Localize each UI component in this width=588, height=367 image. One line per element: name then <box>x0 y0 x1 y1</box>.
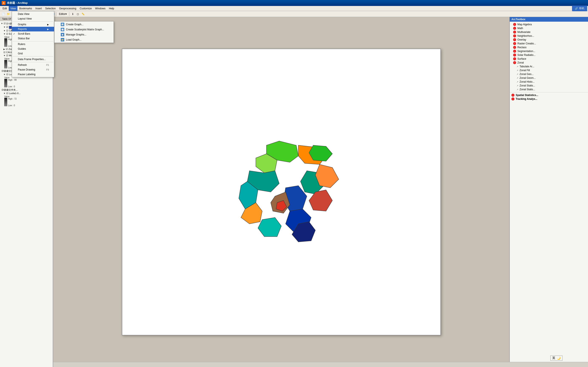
menu-windows[interactable]: Windows <box>93 6 107 11</box>
toolbox-red-icon <box>511 98 514 100</box>
expand-icon[interactable]: ▼ <box>3 54 6 57</box>
menu-bookmarks[interactable]: Bookmarks <box>17 6 34 11</box>
menu-item-grid[interactable]: Grid <box>12 51 54 56</box>
menu-help[interactable]: Help <box>107 6 116 11</box>
expand-icon[interactable]: ▼ <box>3 26 6 28</box>
menu-item-guides[interactable]: Guides <box>12 47 54 51</box>
expand-icon[interactable]: ▼ <box>3 73 6 76</box>
map-area[interactable] <box>53 17 509 367</box>
toolbox-red-icon <box>513 38 516 41</box>
toolbox-item-reclass[interactable]: Reclass <box>510 45 588 49</box>
ime-lang: 英 <box>552 356 555 360</box>
toolbox-item-overlay[interactable]: Overlay <box>510 38 588 42</box>
menu-selection[interactable]: Selection <box>43 6 57 11</box>
layer-checkbox[interactable]: ☑ <box>6 33 8 35</box>
toolbox-item-surface[interactable]: Surface <box>510 57 588 61</box>
layer-legend: Value High : 99 Low : 0 <box>0 76 53 88</box>
layer-checkbox[interactable]: ☑ <box>6 73 8 76</box>
menu-item-scroll-bars[interactable]: ✓ Scroll Bars <box>12 32 54 36</box>
toolbox-item-zonal-geo1[interactable]: ↗ Zonal Geo... <box>510 72 588 76</box>
toolbox-item-zonal-histo[interactable]: ↗ Zonal Histo... <box>510 80 588 84</box>
menu-item-graphs[interactable]: Graphs ▶ <box>12 22 54 27</box>
layer-checkbox[interactable]: ☑ <box>6 92 8 95</box>
toolbox-red-icon <box>513 50 516 53</box>
toolbox-label: Tracking Analys... <box>516 98 537 100</box>
arrow-icon: ↗ <box>517 77 518 79</box>
expand-icon[interactable]: ▶ <box>3 48 5 50</box>
toolbox-item-zonal-geo2[interactable]: ↗ Zonal Geom... <box>510 76 588 80</box>
toolbox-item-map-algebra[interactable]: Map Algebra <box>510 23 588 26</box>
toolbox-label: Raster Creatio... <box>517 42 536 45</box>
new-btn[interactable]: 📄 <box>1 12 6 16</box>
toolbox-item-zonal-statis1[interactable]: ↗ Zonal Statis... <box>510 84 588 87</box>
menu-geoprocessing[interactable]: Geoprocessing <box>57 6 78 11</box>
submenu-item-load-graph[interactable]: 📂 Load Graph... <box>54 37 113 42</box>
legend-low: Low : 0 <box>8 85 17 88</box>
legend-label: Value <box>4 36 9 38</box>
toolbox-red-icon <box>513 57 516 60</box>
menu-item-rulers[interactable]: Rulers <box>12 42 54 47</box>
separator <box>510 92 588 92</box>
layer-checkbox[interactable]: ☑ <box>4 22 6 25</box>
right-panel: ArcToolbox Map Algebra Math Multivariate… <box>509 17 588 367</box>
toolbox-label: Reclass <box>517 46 527 49</box>
toolbox-red-icon <box>513 27 516 30</box>
menu-view[interactable]: View <box>9 6 18 11</box>
sep <box>13 21 53 22</box>
open-btn[interactable]: 📁 <box>6 12 11 16</box>
legend-label: Value <box>4 95 9 98</box>
expand-icon[interactable]: ▼ <box>3 92 6 94</box>
menu-insert[interactable]: Insert <box>34 6 43 11</box>
toolbox-item-multivariate[interactable]: Multivariate <box>510 30 588 34</box>
status-bar <box>0 362 588 367</box>
menu-item-refresh[interactable]: Refresh F5 <box>12 63 54 67</box>
submenu-label: Load Graph... <box>66 38 81 41</box>
expand-icon[interactable]: ▼ <box>3 30 6 32</box>
toolbox-item-tabulate-area[interactable]: ↗ Tabulate Ar... <box>510 65 588 68</box>
menu-item-layout-view[interactable]: Layout View <box>12 16 54 21</box>
toolbox-item-segmentation[interactable]: Segmentation... <box>510 49 588 53</box>
submenu-item-manage-graphs[interactable]: 📋 Manage Graphs... <box>54 32 113 37</box>
layer-checkbox[interactable]: ☑ <box>6 48 8 50</box>
legend-gradient <box>4 79 7 87</box>
toolbox-item-solar-radiation[interactable]: Solar Radiatio... <box>510 53 588 57</box>
toolbox-label: Spatial Statistics... <box>516 94 538 97</box>
shortcut-label: F5 <box>46 64 49 66</box>
menu-customize[interactable]: Customize <box>78 6 94 11</box>
arrow-icon: ↗ <box>517 84 518 87</box>
toolbox-item-neighborhood[interactable]: Neighborhoo... <box>510 34 588 38</box>
submenu-item-create-scatter[interactable]: 📈 Create Scatterplot Matrix Graph... <box>54 27 113 32</box>
layer-checkbox[interactable]: ☑ <box>6 26 8 28</box>
menu-item-pause-drawing[interactable]: Pause Drawing F9 <box>12 67 54 72</box>
menu-item-pause-labeling[interactable]: Pause Labeling <box>12 72 54 77</box>
layer-checkbox[interactable]: ☑ <box>6 29 8 32</box>
legend-high: High : 72 <box>8 98 17 100</box>
menu-item-data-view[interactable]: Data View <box>12 12 54 16</box>
menu-edit[interactable]: Edit <box>1 6 9 11</box>
toolbox-item-zonal-fill[interactable]: ↗ Zonal Fill <box>510 68 588 72</box>
layer-checkbox[interactable]: ☑ <box>3 51 6 54</box>
toolbox-label: Zonal Fill <box>519 69 530 72</box>
toolbox-label: Neighborhoo... <box>517 34 534 37</box>
menu-item-status-bar[interactable]: Status Bar <box>12 36 54 41</box>
toolbox-red-icon <box>513 61 516 64</box>
toolbox-item-zonal-statis2[interactable]: ↗ Zonal Statis... <box>510 87 588 91</box>
toolbox-item-math[interactable]: Math <box>510 26 588 30</box>
toolbox-item-zonal[interactable]: Zonal <box>510 61 588 65</box>
online-button[interactable]: 🔗 联机 <box>572 6 587 11</box>
legend-high: High : 99 <box>8 79 17 81</box>
toolbox-label: Math <box>517 27 523 30</box>
toolbox-red-icon <box>513 31 516 33</box>
expand-icon[interactable]: ▼ <box>1 22 3 25</box>
layer-color <box>9 26 12 29</box>
toolbox-item-raster-creation[interactable]: Raster Creatio... <box>510 42 588 45</box>
toolbox-item-spatial-stats[interactable]: Spatial Statistics... <box>510 93 588 97</box>
submenu-item-create-graph[interactable]: 📊 Create Graph... <box>54 22 113 27</box>
toolbox-red-icon <box>513 42 516 45</box>
expand-icon[interactable]: ▼ <box>3 33 6 35</box>
toolbox-label: Solar Radiatio... <box>517 53 536 57</box>
menu-item-reports[interactable]: Reports ▶ <box>12 27 54 32</box>
layer-checkbox[interactable]: ☑ <box>6 54 8 57</box>
toolbox-item-tracking-analysis[interactable]: Tracking Analys... <box>510 97 588 101</box>
menu-item-data-frame-props[interactable]: Data Frame Properties... <box>12 57 54 62</box>
